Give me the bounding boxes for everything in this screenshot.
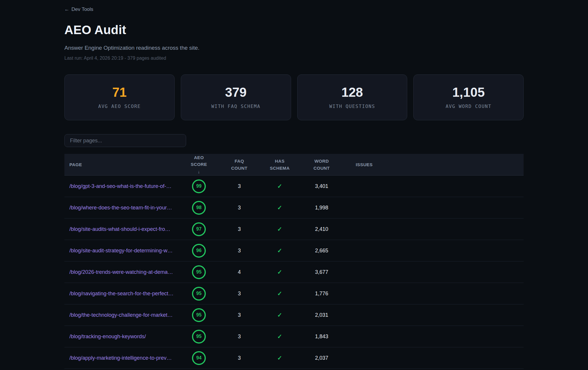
page-cell: /blog/where-does-the-seo-team-fit-in-you… [64, 205, 178, 211]
column-header-issues[interactable]: ISSUES [342, 161, 524, 168]
faq-count-cell: 3 [220, 355, 258, 361]
aeo-score-badge: 95 [192, 265, 206, 279]
checkmark-icon: ✓ [277, 333, 282, 340]
column-header-word-count[interactable]: WORD COUNT [301, 158, 342, 171]
page-link[interactable]: /blog/the-technology-challenge-for-marke… [69, 312, 173, 318]
aeo-score-cell: 95 [178, 330, 220, 344]
checkmark-icon: ✓ [277, 312, 282, 318]
stat-value: 128 [341, 86, 363, 99]
page-subtitle: Answer Engine Optimization readiness acr… [64, 45, 524, 51]
table-row: /blog/site-audits-what-should-i-expect-f… [64, 219, 524, 240]
word-count-cell: 1,776 [301, 291, 342, 297]
word-count-cell: 2,037 [301, 355, 342, 361]
column-header-page[interactable]: PAGE [64, 161, 178, 168]
faq-count-cell: 3 [220, 183, 258, 189]
table-row: /blog/the-technology-challenge-for-marke… [64, 304, 524, 326]
has-schema-cell: ✓ [258, 183, 301, 190]
aeo-score-badge: 95 [192, 287, 206, 301]
page-link[interactable]: /blog/navigating-the-search-for-the-perf… [69, 291, 173, 296]
aeo-score-badge: 98 [192, 201, 206, 215]
page-link[interactable]: /blog/gpt-3-and-seo-what-is-the-future-o… [69, 183, 171, 189]
aeo-score-cell: 96 [178, 244, 220, 258]
aeo-score-cell: 95 [178, 287, 220, 301]
faq-count-cell: 3 [220, 312, 258, 318]
stat-label: WITH QUESTIONS [329, 104, 375, 109]
table-row: /blog/tracking-enough-keywords/ 95 3 ✓ 1… [64, 326, 524, 347]
sort-descending-icon: ↓ [198, 168, 200, 175]
stat-value: 379 [225, 86, 246, 99]
page-cell: /blog/tracking-enough-keywords/ [64, 334, 178, 340]
faq-count-cell: 3 [220, 226, 258, 232]
aeo-score-cell: 99 [178, 179, 220, 193]
checkmark-icon: ✓ [277, 204, 282, 211]
table-body: /blog/gpt-3-and-seo-what-is-the-future-o… [64, 176, 524, 369]
column-header-has-schema[interactable]: HAS SCHEMA [258, 158, 301, 171]
stat-card-avg-word-count: 1,105 AVG WORD COUNT [413, 74, 524, 120]
column-header-faq-count[interactable]: FAQ COUNT [220, 158, 258, 171]
page-link[interactable]: /blog/where-does-the-seo-team-fit-in-you… [69, 205, 172, 211]
aeo-score-cell: 95 [178, 308, 220, 322]
faq-count-cell: 3 [220, 205, 258, 211]
page-link[interactable]: /blog/2026-trends-were-watching-at-dema… [69, 269, 173, 275]
has-schema-cell: ✓ [258, 269, 301, 276]
checkmark-icon: ✓ [277, 247, 282, 254]
page-cell: /blog/site-audits-what-should-i-expect-f… [64, 226, 178, 232]
word-count-cell: 3,401 [301, 183, 342, 189]
has-schema-cell: ✓ [258, 354, 301, 361]
checkmark-icon: ✓ [277, 355, 282, 361]
aeo-score-badge: 99 [192, 179, 206, 193]
table-header-row: PAGE AEO SCORE ↓ FAQ COUNT HAS SCHEMA WO… [64, 154, 524, 176]
back-to-dev-tools-link[interactable]: ← Dev Tools [64, 6, 93, 12]
faq-count-cell: 3 [220, 291, 258, 297]
table-row: /blog/site-audit-strategy-for-determinin… [64, 240, 524, 261]
filter-pages-input[interactable] [64, 134, 186, 147]
word-count-cell: 2,665 [301, 248, 342, 254]
aeo-score-cell: 94 [178, 351, 220, 365]
aeo-score-badge: 94 [192, 351, 206, 365]
page-link[interactable]: /blog/site-audit-strategy-for-determinin… [69, 248, 173, 254]
stat-value: 71 [112, 86, 127, 99]
page-cell: /blog/gpt-3-and-seo-what-is-the-future-o… [64, 183, 178, 189]
column-header-aeo-score[interactable]: AEO SCORE ↓ [178, 154, 220, 175]
faq-count-cell: 4 [220, 269, 258, 275]
aeo-score-badge: 96 [192, 244, 206, 258]
checkmark-icon: ✓ [277, 183, 282, 189]
page-container: ← Dev Tools AEO Audit Answer Engine Opti… [64, 0, 524, 369]
stat-card-avg-aeo-score: 71 AVG AEO SCORE [64, 74, 175, 120]
column-header-label: WORD COUNT [310, 158, 334, 171]
table-row: /blog/apply-marketing-intelligence-to-pr… [64, 347, 524, 369]
back-arrow-icon: ← [64, 6, 69, 12]
column-header-label: FAQ COUNT [227, 158, 251, 171]
table-row: /blog/where-does-the-seo-team-fit-in-you… [64, 197, 524, 219]
column-header-label: HAS SCHEMA [268, 158, 292, 171]
page-link[interactable]: /blog/apply-marketing-intelligence-to-pr… [69, 355, 172, 361]
word-count-cell: 3,677 [301, 269, 342, 275]
table-row: /blog/gpt-3-and-seo-what-is-the-future-o… [64, 176, 524, 197]
page-cell: /blog/site-audit-strategy-for-determinin… [64, 248, 178, 254]
aeo-score-cell: 95 [178, 265, 220, 279]
faq-count-cell: 3 [220, 334, 258, 340]
word-count-cell: 2,410 [301, 226, 342, 232]
last-run-timestamp: Last run: April 4, 2026 20:19 - 379 page… [64, 56, 524, 61]
has-schema-cell: ✓ [258, 226, 301, 233]
word-count-cell: 1,998 [301, 205, 342, 211]
has-schema-cell: ✓ [258, 333, 301, 340]
has-schema-cell: ✓ [258, 290, 301, 297]
word-count-cell: 2,031 [301, 312, 342, 318]
audit-table: PAGE AEO SCORE ↓ FAQ COUNT HAS SCHEMA WO… [64, 154, 524, 369]
faq-count-cell: 3 [220, 248, 258, 254]
stats-row: 71 AVG AEO SCORE 379 WITH FAQ SCHEMA 128… [64, 74, 524, 120]
page-cell: /blog/the-technology-challenge-for-marke… [64, 312, 178, 318]
page-link[interactable]: /blog/tracking-enough-keywords/ [69, 334, 146, 339]
page-link[interactable]: /blog/site-audits-what-should-i-expect-f… [69, 226, 170, 232]
stat-label: WITH FAQ SCHEMA [211, 104, 260, 109]
aeo-score-cell: 97 [178, 222, 220, 236]
page-cell: /blog/navigating-the-search-for-the-perf… [64, 291, 178, 297]
checkmark-icon: ✓ [277, 269, 282, 275]
stat-value: 1,105 [452, 86, 485, 99]
aeo-score-badge: 95 [192, 330, 206, 344]
column-header-label: AEO SCORE [187, 154, 211, 168]
stat-card-with-faq-schema: 379 WITH FAQ SCHEMA [181, 74, 291, 120]
table-row: /blog/navigating-the-search-for-the-perf… [64, 283, 524, 304]
page-cell: /blog/apply-marketing-intelligence-to-pr… [64, 355, 178, 361]
